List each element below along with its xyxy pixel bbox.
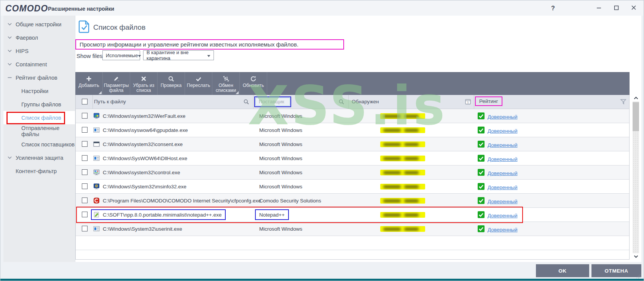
redaction-blob (404, 115, 419, 118)
search-icon[interactable] (243, 99, 249, 106)
toolbar-button[interactable]: Обмен списками (212, 72, 240, 95)
table-row[interactable]: C:\Program Files\COMODO\COMODO Internet … (76, 194, 629, 208)
row-checkbox[interactable] (82, 183, 88, 189)
search-icon[interactable] (338, 99, 344, 106)
sidebar-item[interactable]: Рейтинг файлов (3, 71, 75, 84)
rating-link[interactable]: Доверенный (488, 142, 518, 148)
redacted-detected-date (380, 212, 425, 218)
minimize-button[interactable] (594, 1, 604, 16)
column-header-vendor[interactable]: Поставщик (255, 98, 290, 106)
vendor-cell: Microsoft Windows (255, 139, 306, 149)
table-body: C:\Windows\system32\WerFault.exeMicrosof… (76, 109, 629, 236)
sidebar-item[interactable]: Список файлов (3, 111, 75, 124)
redaction-blob (383, 228, 401, 231)
toolbar-button-label: Обновить (240, 83, 267, 88)
sidebar-item[interactable]: Контент-фильтр (3, 164, 75, 178)
scrollbar-track[interactable] (633, 101, 639, 253)
rating-link[interactable]: Доверенный (488, 227, 518, 233)
row-checkbox[interactable] (82, 226, 88, 231)
calendar-icon[interactable]: 1 (465, 98, 471, 106)
file-path: C:\SOFT\npp.8.0.portable.minimalist\note… (103, 212, 222, 218)
trusted-check-icon (478, 211, 485, 220)
sidebar-item[interactable]: Отправленные файлы (3, 124, 75, 138)
minimize-icon (596, 5, 601, 12)
ok-button[interactable]: OK (536, 264, 589, 277)
toolbar-button[interactable]: Параметры файла (103, 72, 130, 95)
table-row[interactable]: C:\Windows\system32\WerFault.exeMicrosof… (76, 109, 629, 123)
rating-link[interactable]: Доверенный (488, 170, 518, 176)
rating-link[interactable]: Доверенный (488, 185, 518, 190)
scroll-up-icon[interactable] (632, 95, 640, 101)
column-header-detected[interactable]: Обнаружен (352, 99, 379, 104)
row-checkbox[interactable] (82, 127, 88, 133)
sidebar-item-label: Список поставщиков (21, 141, 75, 148)
quarantine-filter-dropdown-value: В карантине и вне карантина (147, 50, 207, 61)
rating-link[interactable]: Доверенный (488, 213, 518, 218)
sidebar-item[interactable]: Настройки (3, 84, 75, 98)
redaction-blob (383, 171, 401, 174)
sidebar-item[interactable]: Фаервол (3, 31, 75, 44)
table-row[interactable]: C:\SOFT\npp.8.0.portable.minimalist\note… (76, 208, 629, 222)
sidebar-item-label: Контент-фильтр (16, 168, 57, 174)
sidebar-item-label: Усиленная защита (16, 155, 63, 161)
file-path: C:\Windows\System32\userinit.exe (103, 226, 182, 232)
vertical-scrollbar[interactable] (632, 95, 640, 260)
sidebar-item-label: HIPS (16, 48, 29, 54)
collapse-minus-icon (8, 76, 12, 79)
sidebar-item[interactable]: Усиленная защита (3, 151, 75, 164)
redacted-detected-date (380, 113, 425, 119)
file-list-icon (78, 20, 90, 35)
sidebar-item-label: Список файлов (21, 115, 61, 121)
column-header-rating[interactable]: Рейтинг (475, 96, 502, 106)
sidebar-item[interactable]: Containment (3, 58, 75, 71)
table-row[interactable]: C:\Windows\system32\control.exeMicrosoft… (76, 165, 629, 180)
table-row[interactable]: C:\Windows\System32\msinfo32.exeMicrosof… (76, 180, 629, 194)
column-header-path[interactable]: Путь к файлу (94, 99, 126, 104)
table-row[interactable]: C:\Windows\system32\consent.exeMicrosoft… (76, 137, 629, 151)
toolbar-button[interactable]: Добавить (75, 72, 103, 95)
row-checkbox[interactable] (82, 212, 88, 217)
row-checkbox[interactable] (82, 198, 88, 203)
rating-link[interactable]: Доверенный (488, 199, 518, 204)
filter-funnel-icon[interactable] (620, 99, 626, 106)
table-header: Путь к файлу Поставщик Обнаружен 1 Рейти… (76, 95, 629, 109)
redacted-detected-date (380, 184, 425, 189)
toolbar-button[interactable]: Убрать из списка (130, 72, 158, 95)
toolbar-button[interactable]: Обновить (240, 72, 267, 95)
file-path-cell: C:\Windows\system32\control.exe (91, 167, 184, 178)
cancel-button[interactable]: ОТМЕНА (591, 264, 641, 277)
file-type-dropdown[interactable]: Исполняемые (102, 50, 140, 60)
maximize-button[interactable] (611, 1, 621, 16)
sidebar-item[interactable]: Общие настройки (3, 18, 75, 31)
rating-link[interactable]: Доверенный (488, 114, 518, 120)
trusted-check-icon (478, 141, 485, 149)
file-path: C:\Windows\system32\WerFault.exe (103, 113, 185, 119)
toolbar-button[interactable]: Переслать (185, 72, 212, 95)
toolbar-button[interactable]: Проверка (158, 72, 185, 95)
scroll-down-icon[interactable] (632, 254, 640, 260)
sidebar-item[interactable]: HIPS (3, 44, 75, 58)
redaction-blob (404, 199, 419, 202)
rating-cell: Доверенный (478, 112, 518, 121)
sidebar-item[interactable]: Группы файлов (3, 98, 75, 111)
rating-cell: Доверенный (478, 211, 518, 220)
quarantine-filter-dropdown[interactable]: В карантине и вне карантина (143, 50, 214, 60)
select-all-checkbox[interactable] (82, 99, 88, 104)
rating-cell: Доверенный (478, 169, 518, 177)
sidebar-item-label: Отправленные файлы (21, 125, 75, 137)
window-file-icon (93, 155, 100, 161)
scrollbar-thumb[interactable] (633, 102, 639, 131)
file-path-cell: C:\Windows\System32\userinit.exe (91, 223, 187, 234)
row-checkbox[interactable] (82, 113, 88, 119)
rating-link[interactable]: Доверенный (488, 156, 518, 162)
close-button[interactable] (629, 1, 639, 16)
row-checkbox[interactable] (82, 169, 88, 175)
sidebar-item[interactable]: Список поставщиков (3, 138, 75, 151)
table-row[interactable]: C:\Windows\SysWOW64\DllHost.exeMicrosoft… (76, 151, 629, 165)
row-checkbox[interactable] (82, 141, 88, 147)
rating-link[interactable]: Доверенный (488, 128, 518, 134)
row-checkbox[interactable] (82, 155, 88, 161)
table-row[interactable]: C:\Windows\syswow64\gpupdate.exeMicrosof… (76, 123, 629, 137)
help-button[interactable]: ? (548, 1, 558, 16)
table-row[interactable]: C:\Windows\System32\userinit.exeMicrosof… (76, 222, 629, 236)
